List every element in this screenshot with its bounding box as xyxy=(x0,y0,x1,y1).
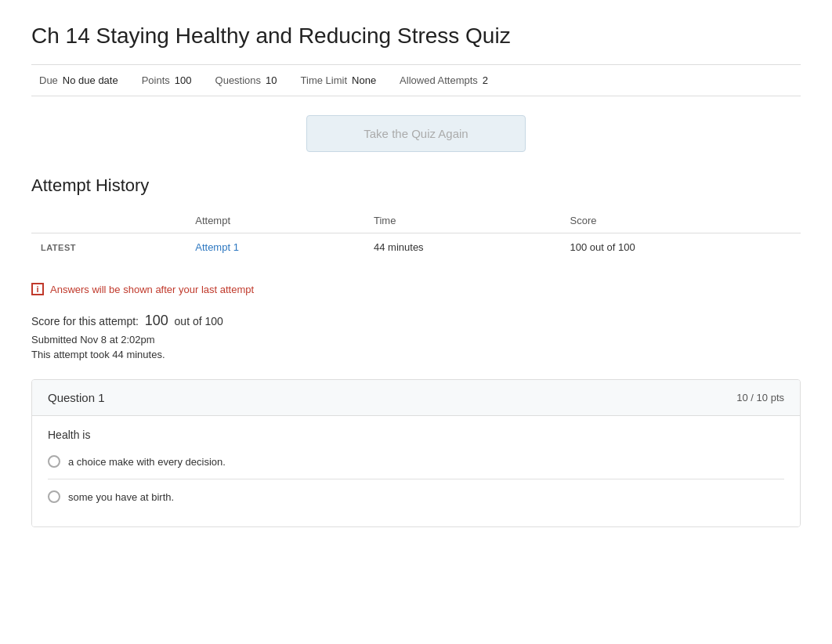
time-limit-label: Time Limit xyxy=(301,74,347,86)
question-card: Question 1 10 / 10 pts Health is a choic… xyxy=(31,379,801,527)
attempt-history-table: Attempt Time Score LATEST Attempt 1 44 m… xyxy=(31,208,801,261)
notice-icon: i xyxy=(31,283,44,295)
col-header-attempt: Attempt xyxy=(186,208,364,233)
radio-button[interactable] xyxy=(48,455,60,468)
meta-points: Points 100 xyxy=(134,74,208,86)
option-divider xyxy=(48,479,784,479)
meta-due: Due No due date xyxy=(31,74,134,86)
questions-container: Question 1 10 / 10 pts Health is a choic… xyxy=(31,379,801,527)
question-header: Question 1 10 / 10 pts xyxy=(32,380,800,416)
take-quiz-button[interactable]: Take the Quiz Again xyxy=(306,115,526,152)
attempt-history-title: Attempt History xyxy=(31,175,801,196)
attempt-time: 44 minutes xyxy=(364,233,561,262)
col-header-time: Time xyxy=(364,208,561,233)
option-text: a choice make with every decision. xyxy=(68,456,226,468)
question-text: Health is xyxy=(48,429,784,441)
col-header-empty xyxy=(31,208,186,233)
due-label: Due xyxy=(39,74,58,86)
answer-option: some you have at birth. xyxy=(48,490,784,503)
submitted-info: Submitted Nov 8 at 2:02pm xyxy=(31,334,801,346)
answer-option: a choice make with every decision. xyxy=(48,455,784,468)
attempt-link[interactable]: Attempt 1 xyxy=(195,241,239,253)
allowed-attempts-label: Allowed Attempts xyxy=(400,74,478,86)
score-label: Score for this attempt: xyxy=(31,315,139,327)
answers-notice: i Answers will be shown after your last … xyxy=(31,280,801,298)
points-value: 100 xyxy=(175,74,192,86)
questions-value: 10 xyxy=(266,74,277,86)
quiz-meta-bar: Due No due date Points 100 Questions 10 … xyxy=(31,64,801,96)
quiz-title: Ch 14 Staying Healthy and Reducing Stres… xyxy=(31,24,801,49)
points-label: Points xyxy=(142,74,170,86)
meta-questions: Questions 10 xyxy=(208,74,293,86)
meta-allowed-attempts: Allowed Attempts 2 xyxy=(392,74,504,86)
radio-button[interactable] xyxy=(48,490,60,503)
allowed-attempts-value: 2 xyxy=(483,74,488,86)
questions-label: Questions xyxy=(215,74,262,86)
time-limit-value: None xyxy=(352,74,376,86)
question-number: Question 1 xyxy=(48,391,105,404)
latest-badge: LATEST xyxy=(41,243,76,252)
score-for-attempt: Score for this attempt: 100 out of 100 xyxy=(31,313,801,329)
option-text: some you have at birth. xyxy=(68,491,174,503)
attempt-duration: This attempt took 44 minutes. xyxy=(31,349,801,360)
score-value: 100 xyxy=(145,313,168,328)
col-header-score: Score xyxy=(561,208,801,233)
question-body: Health is a choice make with every decis… xyxy=(32,416,800,526)
due-value: No due date xyxy=(63,74,118,86)
meta-time-limit: Time Limit None xyxy=(293,74,392,86)
attempt-score: 100 out of 100 xyxy=(561,233,801,262)
score-out-of: out of 100 xyxy=(175,315,223,327)
table-row: LATEST Attempt 1 44 minutes 100 out of 1… xyxy=(31,233,801,262)
answers-notice-text: Answers will be shown after your last at… xyxy=(50,284,254,295)
question-pts: 10 / 10 pts xyxy=(736,392,784,403)
